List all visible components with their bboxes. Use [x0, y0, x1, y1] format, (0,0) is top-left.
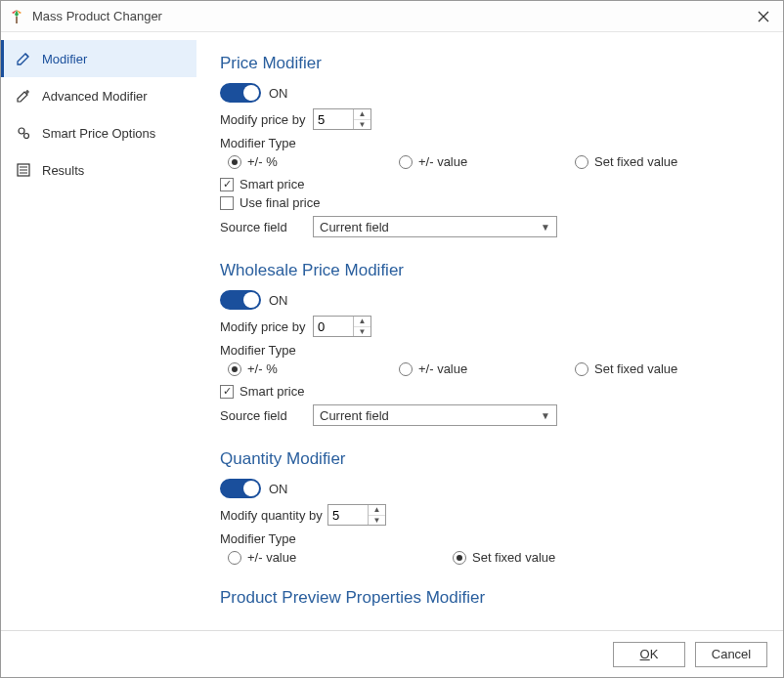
price-source-label: Source field — [220, 220, 313, 234]
price-source-select[interactable]: Current field ▼ — [313, 216, 557, 237]
wholesale-source-label: Source field — [220, 408, 313, 423]
sidebar-item-label: Modifier — [42, 52, 87, 66]
edit-plus-icon — [15, 87, 32, 105]
price-use-final-label: Use final price — [240, 195, 320, 210]
quantity-modify-input[interactable]: ▲▼ — [327, 504, 386, 526]
body: Modifier Advanced Modifier Smart Price O… — [1, 32, 783, 630]
spinner-up[interactable]: ▲ — [354, 109, 370, 120]
edit-icon — [15, 50, 32, 67]
price-source-value: Current field — [320, 220, 389, 234]
sidebar-item-label: Results — [42, 163, 84, 178]
quantity-modify-label: Modify quantity by — [220, 508, 327, 523]
price-modify-value[interactable] — [314, 109, 353, 129]
window: Mass Product Changer Modifier Advanced M… — [0, 0, 784, 678]
wholesale-radio-fixed[interactable]: Set fixed value — [575, 361, 741, 376]
price-section-title: Price Modifier — [220, 54, 760, 73]
wholesale-source-value: Current field — [320, 408, 389, 423]
footer: OK Cancel — [1, 630, 783, 677]
quantity-modifier-type-label: Modifier Type — [220, 531, 760, 546]
spinner-down[interactable]: ▼ — [354, 120, 370, 130]
sidebar-item-label: Advanced Modifier — [42, 89, 148, 104]
content-scroll[interactable]: Price Modifier ON Modify price by ▲▼ Mod… — [196, 32, 783, 630]
wholesale-section-title: Wholesale Price Modifier — [220, 261, 760, 280]
wholesale-toggle-label: ON — [269, 293, 288, 308]
chevron-down-icon: ▼ — [541, 222, 550, 233]
content: Price Modifier ON Modify price by ▲▼ Mod… — [196, 32, 783, 630]
window-title: Mass Product Changer — [32, 9, 752, 23]
chevron-down-icon: ▼ — [541, 410, 550, 421]
price-modifier-type-label: Modifier Type — [220, 136, 760, 150]
spinner-down[interactable]: ▼ — [354, 327, 370, 337]
ok-button[interactable]: OK — [613, 642, 685, 667]
price-radio-val[interactable]: +/- value — [399, 154, 575, 169]
spinner-up[interactable]: ▲ — [369, 505, 385, 516]
price-smart-price-checkbox[interactable] — [220, 178, 234, 191]
wholesale-smart-price-label: Smart price — [240, 384, 304, 399]
app-logo-icon — [9, 9, 24, 24]
quantity-modify-value[interactable] — [328, 505, 368, 525]
price-smart-price-label: Smart price — [240, 177, 304, 191]
list-icon — [15, 161, 32, 179]
quantity-toggle-label: ON — [269, 482, 288, 496]
cancel-button[interactable]: Cancel — [695, 642, 767, 667]
close-button[interactable] — [752, 5, 775, 28]
svg-point-2 — [24, 134, 29, 139]
titlebar: Mass Product Changer — [1, 1, 783, 32]
price-use-final-checkbox[interactable] — [220, 196, 234, 210]
sidebar: Modifier Advanced Modifier Smart Price O… — [1, 32, 196, 630]
spinner-down[interactable]: ▼ — [369, 516, 385, 526]
quantity-radio-fixed[interactable]: Set fixed value — [453, 550, 555, 565]
sidebar-item-label: Smart Price Options — [42, 126, 155, 141]
price-modify-label: Modify price by — [220, 112, 313, 127]
price-toggle[interactable] — [220, 83, 261, 103]
wholesale-smart-price-checkbox[interactable] — [220, 385, 234, 399]
svg-rect-0 — [16, 17, 17, 23]
spinner-up[interactable]: ▲ — [354, 317, 370, 327]
quantity-radio-val[interactable]: +/- value — [228, 550, 453, 565]
quantity-section-title: Quantity Modifier — [220, 449, 760, 469]
wholesale-modify-value[interactable] — [314, 317, 353, 336]
wholesale-source-select[interactable]: Current field ▼ — [313, 404, 557, 426]
price-radio-fixed[interactable]: Set fixed value — [575, 154, 741, 169]
sidebar-item-smart-price[interactable]: Smart Price Options — [1, 114, 196, 151]
price-toggle-label: ON — [269, 86, 288, 101]
wholesale-modify-input[interactable]: ▲▼ — [313, 316, 371, 337]
preview-section-title: Product Preview Properties Modifier — [220, 588, 760, 608]
wholesale-modify-label: Modify price by — [220, 319, 313, 334]
sidebar-item-advanced-modifier[interactable]: Advanced Modifier — [1, 77, 196, 114]
wholesale-toggle[interactable] — [220, 290, 261, 310]
sidebar-item-results[interactable]: Results — [1, 151, 196, 189]
svg-point-1 — [19, 128, 24, 134]
close-icon — [758, 11, 769, 22]
price-modify-input[interactable]: ▲▼ — [313, 108, 371, 130]
quantity-toggle[interactable] — [220, 479, 261, 498]
wholesale-radio-pct[interactable]: +/- % — [228, 361, 399, 376]
wholesale-radio-val[interactable]: +/- value — [399, 361, 575, 376]
sidebar-item-modifier[interactable]: Modifier — [1, 40, 196, 77]
gears-icon — [15, 124, 32, 142]
wholesale-modifier-type-label: Modifier Type — [220, 343, 760, 358]
price-radio-pct[interactable]: +/- % — [228, 154, 399, 169]
